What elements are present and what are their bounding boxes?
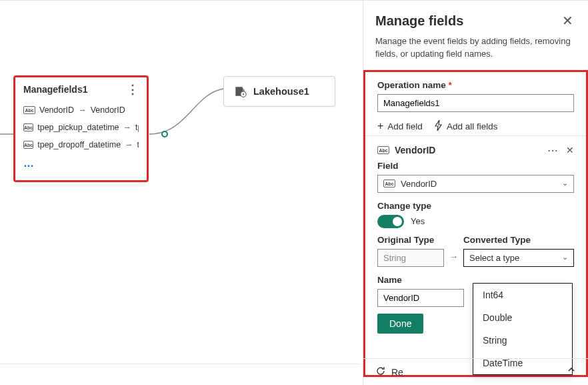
text-type-icon: Abc — [23, 123, 33, 131]
panel-description: Manage the event fields by adding fields… — [375, 35, 576, 61]
field-mapping-row[interactable]: Abc VendorID → VendorID — [23, 101, 139, 119]
plus-icon: + — [377, 120, 383, 132]
field-label: Field — [377, 161, 574, 171]
field-select[interactable]: AbcVendorID — [377, 175, 574, 193]
mapping-src: VendorID — [39, 105, 74, 115]
canvas[interactable]: Managefields1 ⋮ Abc VendorID → VendorID … — [0, 1, 361, 358]
name-input[interactable] — [377, 289, 464, 307]
arrow-icon: → — [123, 123, 132, 132]
chevron-up-icon[interactable] — [567, 365, 576, 376]
mapping-dst: VendorID — [91, 105, 125, 115]
text-type-icon: Abc — [23, 106, 35, 114]
node-managefields-title: Managefields1 — [23, 84, 87, 95]
node-lakehouse[interactable]: Lakehouse1 — [223, 76, 335, 107]
chevron-down-icon — [562, 179, 568, 189]
field-remove-icon[interactable] — [566, 145, 574, 155]
svg-point-0 — [162, 131, 167, 137]
field-more-icon[interactable] — [547, 144, 558, 157]
toggle-value-label: Yes — [411, 216, 425, 226]
mapping-dst: tp — [137, 140, 139, 149]
refresh-icon[interactable] — [375, 366, 386, 378]
field-mapping-row[interactable]: Abc tpep_dropoff_datetime → tp — [23, 136, 139, 153]
change-type-label: Change type — [377, 201, 574, 211]
change-type-toggle[interactable] — [377, 215, 404, 228]
mapping-src: tpep_pickup_datetime — [37, 123, 119, 132]
canvas-footer — [0, 364, 360, 385]
mapping-dst: tpe — [135, 123, 139, 132]
type-option-double[interactable]: Double — [473, 306, 572, 329]
add-all-fields-button[interactable]: Add all fields — [435, 120, 498, 133]
text-type-icon: Abc — [377, 146, 389, 154]
node-lakehouse-title: Lakehouse1 — [253, 86, 309, 97]
lightning-icon — [435, 120, 443, 133]
field-mapping-row[interactable]: Abc tpep_pickup_datetime → tpe — [23, 119, 139, 136]
node-menu-icon[interactable]: ⋮ — [127, 87, 139, 93]
done-button[interactable]: Done — [377, 314, 423, 334]
node-managefields[interactable]: Managefields1 ⋮ Abc VendorID → VendorID … — [13, 75, 149, 182]
converted-type-select[interactable]: Select a type — [463, 249, 574, 267]
original-type-field — [377, 249, 444, 267]
close-icon[interactable]: ✕ — [559, 11, 576, 30]
chevron-down-icon — [562, 253, 568, 263]
more-rows-icon[interactable]: … — [23, 157, 34, 169]
add-field-button[interactable]: + Add field — [377, 120, 423, 133]
refresh-label[interactable]: Re — [391, 367, 403, 378]
field-heading: VendorID — [395, 145, 435, 155]
mapping-src: tpep_dropoff_datetime — [37, 140, 121, 149]
operation-name-input[interactable] — [377, 94, 574, 112]
side-panel: Manage fields ✕ Manage the event fields … — [363, 1, 588, 385]
panel-highlight-region: Operation name * + Add field Add all fie… — [363, 70, 588, 377]
arrow-icon: → — [78, 105, 87, 115]
original-type-label: Original Type — [377, 235, 444, 245]
lakehouse-icon — [233, 85, 247, 98]
type-option-int64[interactable]: Int64 — [473, 284, 572, 306]
text-type-icon: Abc — [383, 179, 395, 187]
type-option-string[interactable]: String — [473, 329, 572, 352]
converted-type-label: Converted Type — [463, 235, 574, 245]
text-type-icon: Abc — [23, 141, 33, 149]
arrow-icon: → — [449, 247, 458, 267]
arrow-icon: → — [125, 140, 133, 149]
operation-name-label: Operation name * — [377, 80, 574, 90]
panel-title: Manage fields — [375, 13, 463, 29]
